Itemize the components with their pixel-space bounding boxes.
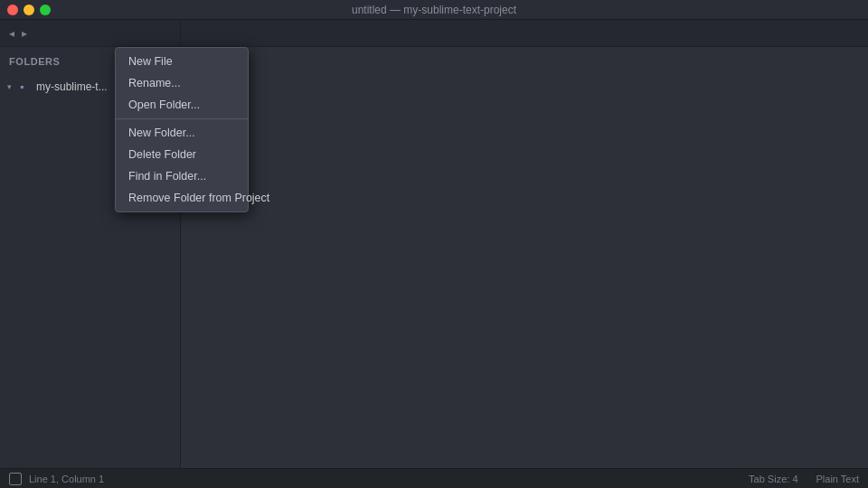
context-menu-item-find-in-folder[interactable]: Find in Folder... bbox=[116, 165, 248, 187]
folders-label: FOLDERS bbox=[9, 56, 60, 67]
nav-right-button[interactable]: ▸ bbox=[18, 25, 31, 42]
context-menu-item-delete-folder[interactable]: Delete Folder bbox=[116, 144, 248, 165]
maximize-button[interactable] bbox=[40, 5, 51, 15]
nav-arrows: ◂ ▸ bbox=[0, 20, 180, 47]
context-menu-item-open-folder[interactable]: Open Folder... bbox=[116, 94, 248, 116]
folder-arrow-icon: ▾ bbox=[7, 82, 16, 91]
title-bar: untitled — my-sublime-text-project bbox=[0, 0, 868, 20]
traffic-lights bbox=[7, 5, 51, 15]
folder-icon: ▪ bbox=[20, 80, 33, 93]
status-bar: Line 1, Column 1 Tab Size: 4 Plain Text bbox=[0, 468, 868, 488]
folder-name: my-sublime-t... bbox=[36, 80, 108, 93]
context-menu-item-new-folder[interactable]: New Folder... bbox=[116, 122, 248, 144]
editor-area bbox=[181, 20, 868, 468]
status-left: Line 1, Column 1 bbox=[9, 473, 104, 485]
context-menu-item-remove-folder[interactable]: Remove Folder from Project bbox=[116, 187, 248, 209]
status-right: Tab Size: 4 Plain Text bbox=[749, 474, 859, 484]
cursor-position: Line 1, Column 1 bbox=[29, 474, 104, 484]
context-menu-item-new-file[interactable]: New File bbox=[116, 51, 248, 72]
tab-bar bbox=[181, 20, 868, 47]
context-menu-item-rename[interactable]: Rename... bbox=[116, 72, 248, 94]
close-button[interactable] bbox=[7, 5, 18, 15]
nav-left-button[interactable]: ◂ bbox=[5, 25, 18, 42]
window-title: untitled — my-sublime-text-project bbox=[352, 4, 516, 16]
context-menu-separator bbox=[116, 118, 248, 119]
status-indicator-icon bbox=[9, 473, 22, 485]
tab-size: Tab Size: 4 bbox=[749, 474, 797, 484]
syntax-label: Plain Text bbox=[816, 474, 860, 484]
context-menu: New FileRename...Open Folder...New Folde… bbox=[115, 47, 249, 212]
minimize-button[interactable] bbox=[24, 5, 34, 15]
